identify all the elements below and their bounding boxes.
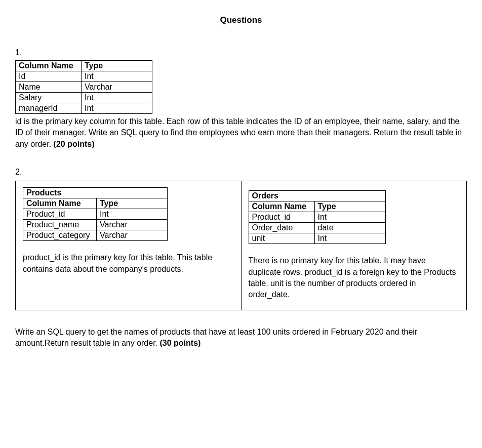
type-header: Type bbox=[82, 61, 152, 71]
col-name-cell: Id bbox=[16, 71, 82, 82]
table-row: Product_name Varchar bbox=[23, 220, 168, 230]
col-name-cell: Product_category bbox=[23, 230, 97, 241]
type-header: Type bbox=[314, 201, 385, 212]
type-cell: Int bbox=[97, 209, 168, 220]
col-name-cell: managerId bbox=[16, 103, 82, 114]
type-cell: Int bbox=[82, 71, 152, 82]
table-row: Order_date date bbox=[249, 223, 385, 233]
table-row: Id Int bbox=[16, 71, 152, 82]
col-name-cell: Product_id bbox=[23, 209, 97, 220]
page-title: Questions bbox=[15, 15, 467, 25]
col-name-header: Column Name bbox=[16, 61, 82, 71]
type-cell: Int bbox=[82, 103, 152, 114]
orders-schema-table: Orders Column Name Type Product_id Int O… bbox=[249, 190, 386, 244]
question-2: 2. Products Column Name Type Product_id … bbox=[15, 168, 467, 349]
table-row: Product_id Int bbox=[249, 212, 385, 223]
q2-description: Write an SQL query to get the names of p… bbox=[15, 327, 467, 349]
products-desc: product_id is the primary key for this t… bbox=[23, 252, 234, 275]
type-cell: Int bbox=[314, 233, 385, 244]
type-cell: Varchar bbox=[97, 220, 168, 230]
col-name-cell: Product_name bbox=[23, 220, 97, 230]
type-cell: date bbox=[314, 223, 385, 233]
type-header: Type bbox=[97, 198, 168, 209]
col-name-cell: Salary bbox=[16, 93, 82, 103]
q2-orders-cell: Orders Column Name Type Product_id Int O… bbox=[242, 181, 467, 310]
orders-table-name: Orders bbox=[249, 191, 385, 201]
col-name-cell: Product_id bbox=[249, 212, 314, 223]
table-row: Column Name Type bbox=[23, 198, 168, 209]
table-row: Products bbox=[23, 188, 168, 198]
type-cell: Int bbox=[314, 212, 385, 223]
table-row: managerId Int bbox=[16, 103, 152, 114]
q2-desc-text: Write an SQL query to get the names of p… bbox=[15, 328, 417, 347]
col-name-cell: Order_date bbox=[249, 223, 314, 233]
q1-description: id is the primary key column for this ta… bbox=[15, 116, 467, 150]
q2-number: 2. bbox=[15, 168, 467, 177]
table-row: Salary Int bbox=[16, 93, 152, 103]
type-cell: Varchar bbox=[82, 82, 152, 93]
table-row: Product_id Int bbox=[23, 209, 168, 220]
orders-desc: There is no primary key for this table. … bbox=[249, 255, 460, 301]
q2-points: (30 points) bbox=[160, 339, 201, 347]
q1-points: (20 points) bbox=[54, 140, 95, 148]
table-row: unit Int bbox=[249, 233, 385, 244]
table-row: Column Name Type bbox=[249, 201, 385, 212]
q2-products-cell: Products Column Name Type Product_id Int… bbox=[16, 181, 242, 310]
table-row: Column Name Type bbox=[16, 61, 152, 71]
q2-tables-container: Products Column Name Type Product_id Int… bbox=[15, 181, 467, 310]
q1-number: 1. bbox=[15, 48, 467, 57]
col-name-cell: unit bbox=[249, 233, 314, 244]
products-schema-table: Products Column Name Type Product_id Int… bbox=[23, 187, 168, 241]
table-row: Product_category Varchar bbox=[23, 230, 168, 241]
q1-schema-table: Column Name Type Id Int Name Varchar Sal… bbox=[15, 60, 152, 114]
col-name-header: Column Name bbox=[249, 201, 314, 212]
col-name-header: Column Name bbox=[23, 198, 97, 209]
type-cell: Varchar bbox=[97, 230, 168, 241]
table-row: Name Varchar bbox=[16, 82, 152, 93]
type-cell: Int bbox=[82, 93, 152, 103]
question-1: 1. Column Name Type Id Int Name Varchar … bbox=[15, 48, 467, 150]
table-row: Orders bbox=[249, 191, 385, 201]
col-name-cell: Name bbox=[16, 82, 82, 93]
products-table-name: Products bbox=[23, 188, 168, 198]
